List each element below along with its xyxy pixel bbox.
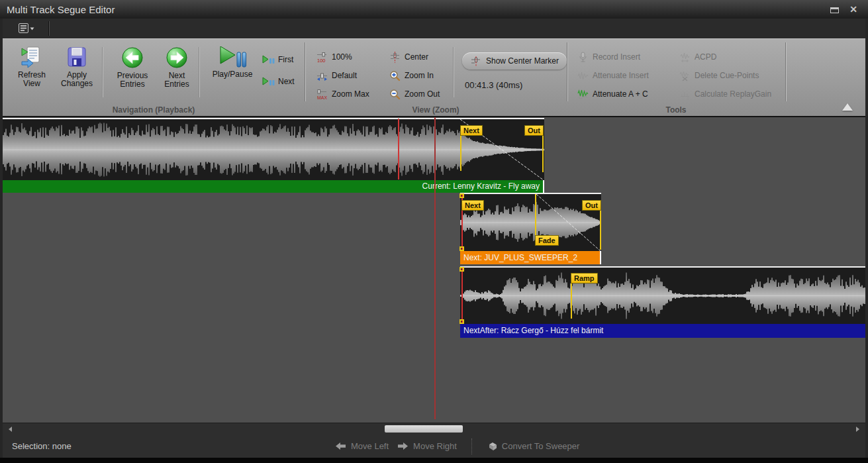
previous-entries-label: Previous Entries	[110, 72, 155, 89]
zoom-out-label: Zoom Out	[405, 89, 440, 99]
menu-list-icon	[19, 23, 35, 34]
minimize-icon	[830, 7, 839, 13]
next-arrow-icon	[166, 46, 188, 69]
center-button[interactable]: Center	[389, 51, 428, 63]
delete-cue-points-label: Delete Cue-Points	[695, 71, 759, 80]
cue-marker-out[interactable]: Out	[524, 125, 544, 136]
track-nextafter[interactable]: RampNextAfter: Rácz Gergő - Húzz fel bár…	[460, 266, 865, 338]
refresh-view-icon	[21, 46, 42, 68]
waveform-nextafter[interactable]: Ramp	[460, 268, 865, 324]
cue-line-next	[460, 135, 461, 171]
toolbar-separator	[48, 21, 49, 36]
cue-marker-ramp[interactable]: Ramp	[571, 273, 598, 283]
move-right-button: Move Right	[397, 441, 457, 451]
move-left-arrow-icon	[335, 442, 346, 450]
group-inner-separator	[102, 47, 103, 97]
cue-line-out	[542, 135, 544, 172]
track-label-current: Current: Lenny Kravitz - Fly away	[3, 180, 544, 193]
waveform-next[interactable]: NextOutFade	[460, 194, 601, 251]
zoom-max-button[interactable]: MAX Zoom Max	[316, 88, 369, 100]
replaygain-icon: 1	[679, 89, 691, 100]
title-bar: Multi Track Segue Editor ✕	[0, 0, 868, 19]
zoom-default-button[interactable]: Default	[316, 70, 357, 81]
cue-marker-next[interactable]: Next	[460, 125, 483, 136]
waveform-graphic-nextafter	[460, 268, 865, 324]
convert-to-sweeper-label: Convert To Sweeper	[502, 441, 580, 451]
waveform-current[interactable]: NextOut	[3, 119, 544, 180]
first-button[interactable]: First	[262, 55, 293, 64]
apply-changes-button[interactable]: Apply Changes	[56, 46, 98, 88]
hscroll-thumb[interactable]	[385, 425, 463, 433]
previous-entries-button[interactable]: Previous Entries	[110, 46, 155, 89]
calculate-replaygain-button: 1 Calculate ReplayGain	[679, 88, 771, 100]
acpd-icon	[679, 52, 691, 63]
track-start-line-nextafter	[461, 268, 463, 324]
save-disk-icon	[66, 46, 87, 68]
cue-marker-fade[interactable]: Fade	[535, 235, 559, 246]
multi-track-segue-editor-window: { "window": { "title": "Multi Track Segu…	[0, 0, 868, 463]
track-next[interactable]: NextOutFadeNext: JUV_PLUS_SWEEPER_2	[460, 193, 601, 264]
svg-text:1: 1	[687, 95, 689, 100]
zoom-in-button[interactable]: Zoom In	[389, 70, 434, 81]
playback-position-marker	[398, 119, 399, 180]
selection-corner-marker	[459, 319, 464, 324]
zoom-out-button[interactable]: Zoom Out	[389, 88, 440, 100]
refresh-view-button[interactable]: Refresh View	[11, 46, 53, 88]
move-right-arrow-icon	[397, 442, 409, 450]
collapse-ribbon-button[interactable]	[842, 103, 853, 111]
minimize-button[interactable]	[830, 4, 839, 15]
cue-line-fade	[535, 194, 536, 235]
scroll-right-arrow[interactable]	[856, 427, 859, 432]
group-separator	[567, 42, 567, 101]
refresh-view-label: Refresh View	[11, 71, 53, 88]
attenuate-insert-label: Attenuate Insert	[593, 71, 649, 80]
selection-status: Selection: none	[12, 441, 72, 451]
zoom-default-label: Default	[332, 71, 357, 80]
selection-corner-marker	[459, 193, 464, 198]
play-pause-button[interactable]: Play/Pause	[205, 46, 260, 79]
delete-cue-points-icon	[679, 70, 691, 81]
center-view-icon	[389, 52, 401, 63]
show-center-marker-toggle[interactable]: Show Center Marker	[462, 52, 567, 70]
group-caption-tools: Tools	[567, 105, 785, 115]
first-play-icon	[262, 55, 275, 64]
zoom-default-icon	[316, 70, 328, 81]
window-bottom-border	[0, 458, 868, 463]
center-label: Center	[405, 52, 428, 62]
horizontal-scrollbar[interactable]	[3, 423, 865, 435]
zoom-max-icon: MAX	[316, 89, 328, 100]
waveform-canvas[interactable]: NextOutCurrent: Lenny Kravitz - Fly away…	[3, 117, 865, 423]
apply-changes-label: Apply Changes	[56, 71, 98, 88]
center-marker-line	[434, 117, 436, 419]
track-current[interactable]: NextOutCurrent: Lenny Kravitz - Fly away	[3, 118, 544, 193]
track-label-next: Next: JUV_PLUS_SWEEPER_2	[460, 251, 601, 264]
status-bar: Selection: none Move Left Move Right	[3, 435, 865, 458]
next-entries-button[interactable]: Next Entries	[156, 46, 197, 89]
selection-corner-marker	[459, 267, 464, 272]
cue-line-out	[600, 210, 601, 250]
menu-button[interactable]	[16, 22, 38, 35]
zoom-in-label: Zoom In	[405, 71, 434, 80]
zoom-out-icon	[389, 89, 401, 100]
attenuate-insert-button: Attenuate Insert	[577, 70, 649, 81]
calculate-replaygain-label: Calculate ReplayGain	[695, 89, 771, 99]
record-insert-label: Record Insert	[593, 52, 640, 62]
group-inner-separator	[453, 47, 454, 97]
next-button[interactable]: Next	[262, 77, 295, 86]
move-right-label: Move Right	[413, 441, 457, 451]
group-caption-navigation: Navigation (Playback)	[3, 105, 305, 115]
attenuate-green-wave-icon	[577, 89, 589, 100]
cue-marker-next[interactable]: Next	[461, 200, 484, 211]
close-button[interactable]: ✕	[849, 5, 857, 14]
statusbar-separator	[471, 438, 472, 454]
attenuate-wave-icon	[577, 70, 589, 81]
group-inner-separator	[199, 47, 199, 97]
zoom-100-button[interactable]: 100 100%	[316, 51, 352, 63]
track-label-nextafter: NextAfter: Rácz Gergő - Húzz fel bármit	[460, 324, 865, 338]
next-play-icon	[262, 77, 275, 86]
attenuate-a-c-button[interactable]: Attenuate A + C	[577, 88, 648, 100]
scroll-left-arrow[interactable]	[9, 427, 12, 432]
cue-marker-out[interactable]: Out	[582, 200, 601, 211]
ribbon-toolbar: Refresh View Apply Changes Previous Entr…	[3, 38, 865, 117]
quick-access-toolbar	[3, 19, 865, 38]
